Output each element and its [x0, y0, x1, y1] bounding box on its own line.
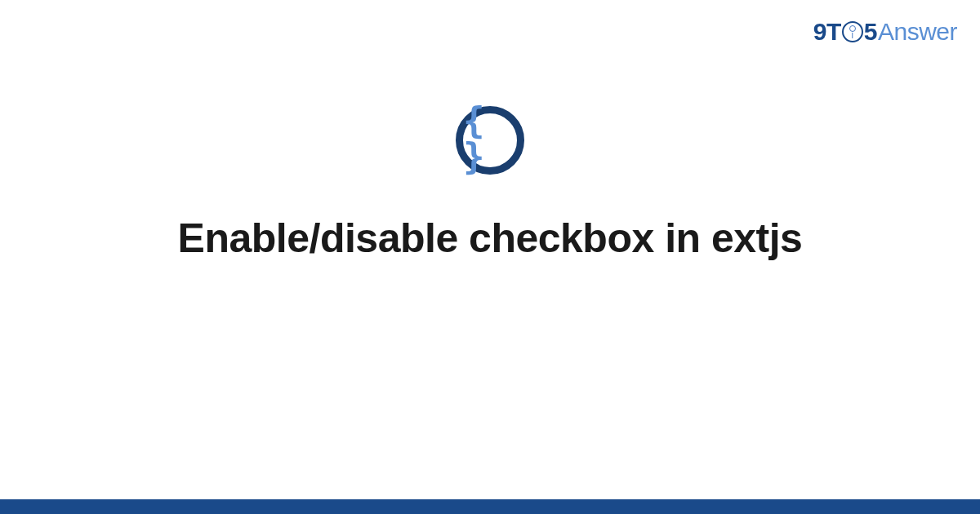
logo-text-answer: Answer — [878, 18, 957, 46]
logo-text-9t: 9T — [813, 18, 841, 46]
code-braces-icon: { } — [456, 106, 524, 175]
clock-icon — [842, 21, 863, 42]
braces-glyph: { } — [463, 103, 517, 175]
logo-text-5: 5 — [864, 18, 877, 46]
main-content: { } Enable/disable checkbox in extjs — [0, 106, 980, 263]
page-title: Enable/disable checkbox in extjs — [178, 214, 803, 263]
footer-bar — [0, 499, 980, 514]
site-logo[interactable]: 9T 5 Answer — [813, 18, 957, 46]
